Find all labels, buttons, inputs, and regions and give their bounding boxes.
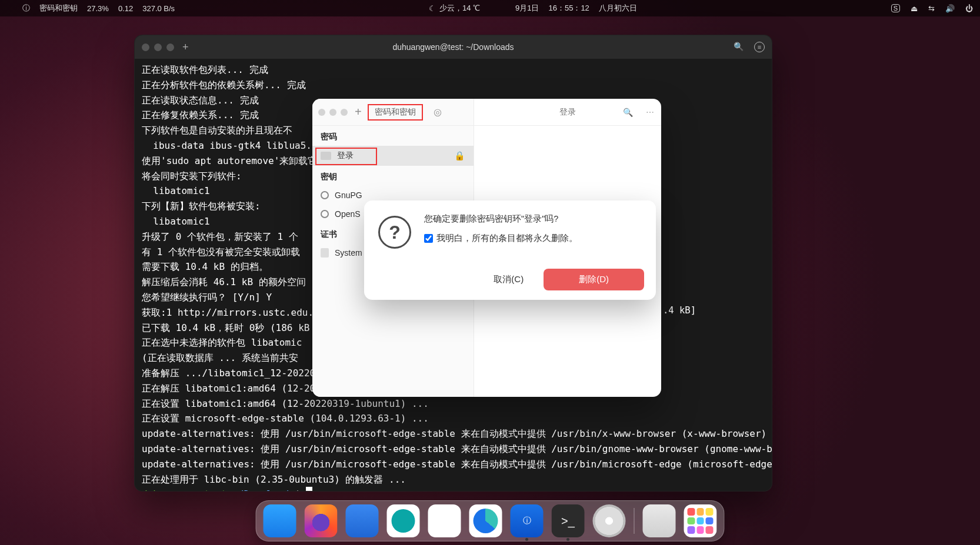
- eject-icon[interactable]: ⏏: [911, 4, 918, 13]
- term-line: update-alternatives: 使用 /usr/bin/microso…: [142, 443, 772, 454]
- dock-trash-icon[interactable]: [643, 504, 676, 537]
- dock-passwords-icon[interactable]: ⓘ: [511, 504, 544, 537]
- term-line: 准备解压 .../libatomic1_12-20220: [142, 367, 315, 379]
- dock-terminal-icon[interactable]: >_: [552, 504, 585, 537]
- maximize-icon[interactable]: [341, 109, 348, 116]
- confirm-checkbox-label[interactable]: 我明白，所有的条目都将永久删除。: [424, 233, 644, 244]
- term-line: 下列【新】软件包将被安装:: [142, 200, 261, 212]
- dock-term-glyph: >_: [561, 514, 575, 528]
- seahorse-right-title: 登录: [559, 107, 576, 118]
- dock-edge-icon[interactable]: [469, 504, 502, 537]
- cat-keys: 密钥: [312, 166, 474, 186]
- folder-icon: [321, 152, 331, 160]
- term-line: 有 1 个软件包没有被完全安装或卸载: [142, 246, 300, 258]
- term-line: 正在处理用于 libc-bin (2.35-0ubuntu3) 的触发器 ...: [142, 474, 406, 485]
- term-line: 解压缩后会消耗 46.1 kB 的额外空间: [142, 276, 306, 287]
- search-icon[interactable]: 🔍: [734, 42, 744, 52]
- term-line: 正在选中未选择的软件包 libatomic: [142, 337, 302, 348]
- terminal-peek-text: .4 kB]: [663, 305, 696, 316]
- menubar-cpu: 27.3%: [87, 4, 109, 13]
- term-line: 正在分析软件包的依赖关系树... 完成: [142, 79, 306, 91]
- term-line: 使用'sudo apt autoremove'来卸载它: [142, 155, 317, 166]
- dock-firefox-icon[interactable]: [305, 504, 338, 537]
- dock-apps-icon[interactable]: [684, 504, 717, 537]
- cancel-button[interactable]: 取消(C): [483, 269, 534, 290]
- term-line: 正在设置 libatomic1:amd64 (12-20220319-1ubun…: [142, 398, 429, 409]
- question-icon: ?: [378, 216, 411, 249]
- cat-passwords: 密码: [312, 126, 474, 146]
- term-line: 获取:1 http://mirrors.ustc.edu.c: [142, 307, 319, 318]
- confirm-checkbox[interactable]: [424, 234, 433, 243]
- menubar-load: 0.12: [118, 4, 133, 13]
- confirm-dialog: ? 您确定要删除密码密钥环"登录"吗? 我明白，所有的条目都将永久删除。 取消(…: [364, 200, 656, 300]
- seahorse-title: 密码和密钥: [368, 104, 423, 121]
- key-icon: [321, 210, 329, 218]
- lock-icon[interactable]: 🔒: [454, 151, 465, 161]
- term-line: 正在解压 libatomic1:amd64 (12-20: [142, 383, 315, 394]
- dock-mail-icon[interactable]: [387, 504, 420, 537]
- sidebar-item-label: GnuPG: [335, 190, 362, 200]
- sidebar-item-label: System: [335, 248, 362, 258]
- sidebar-item-label: OpenS: [335, 209, 361, 219]
- menubar-lunar: 八月初六日: [599, 3, 637, 14]
- term-line: 已下载 10.4 kB，耗时 0秒 (186 kB: [142, 322, 309, 333]
- weather-text: 少云，14 ℃: [439, 3, 480, 14]
- menubar-net: 327.0 B/s: [142, 4, 175, 13]
- minimize-icon[interactable]: [329, 109, 336, 116]
- terminal-prompt[interactable]: duhuangwen@test:~/Downloads$: [142, 489, 312, 491]
- term-line: update-alternatives: 使用 /usr/bin/microso…: [142, 428, 766, 439]
- add-button[interactable]: +: [355, 105, 362, 119]
- more-icon[interactable]: ⋯: [646, 108, 654, 117]
- term-line: 正在读取软件包列表... 完成: [142, 64, 268, 75]
- dock-disc-icon[interactable]: [593, 504, 626, 537]
- dock-files-icon[interactable]: [264, 504, 296, 537]
- sidebar-item-login[interactable]: 登录 🔒: [312, 146, 474, 166]
- dock-separator: [634, 508, 635, 534]
- key-icon: [321, 191, 329, 199]
- close-icon[interactable]: [318, 109, 325, 116]
- power-icon[interactable]: ⏻: [965, 4, 973, 13]
- term-line: ibus-data ibus-gtk4 liblua5.3-: [142, 140, 323, 151]
- cert-icon: [321, 248, 329, 258]
- sidebar-item-label: 登录: [337, 151, 354, 161]
- term-line: libatomic1: [142, 216, 210, 227]
- dock-settings-icon[interactable]: [428, 504, 461, 537]
- menubar-app-name[interactable]: 密码和密钥: [39, 3, 78, 14]
- menubar-time: 16：55：12: [548, 3, 589, 14]
- terminal-title: duhuangwen@test: ~/Downloads: [135, 42, 772, 52]
- menubar-weather[interactable]: ☾ 少云，14 ℃: [429, 3, 480, 14]
- tray-sync-icon[interactable]: ⇆: [928, 4, 935, 13]
- app-indicator-icon[interactable]: ⓘ: [22, 3, 30, 14]
- term-line: libatomic1: [142, 185, 210, 196]
- term-line: 您希望继续执行吗？ [Y/n] Y: [142, 292, 272, 303]
- moon-icon: ☾: [429, 4, 436, 13]
- view-options-icon[interactable]: ◎: [434, 106, 442, 118]
- tray-input-icon[interactable]: S: [891, 4, 900, 12]
- terminal-titlebar[interactable]: + duhuangwen@test: ~/Downloads 🔍 ≡: [135, 35, 772, 59]
- delete-button[interactable]: 删除(D): [544, 269, 644, 290]
- term-line: 升级了 0 个软件包，新安装了 1 个: [142, 231, 298, 242]
- term-line: 将会同时安装下列软件:: [142, 170, 242, 182]
- term-line: 下列软件包是自动安装的并且现在不: [142, 125, 292, 136]
- menubar: ⓘ 密码和密钥 27.3% 0.12 327.0 B/s ☾ 少云，14 ℃ 9…: [0, 0, 980, 16]
- term-line: update-alternatives: 使用 /usr/bin/microso…: [142, 459, 772, 470]
- dialog-question: 您确定要删除密码密钥环"登录"吗?: [424, 213, 644, 225]
- term-line: 正在设置 microsoft-edge-stable (104.0.1293.6…: [142, 413, 429, 424]
- dock: ⓘ >_: [256, 500, 725, 541]
- checkbox-text: 我明白，所有的条目都将永久删除。: [436, 233, 578, 244]
- menu-icon[interactable]: ≡: [754, 42, 765, 52]
- volume-icon[interactable]: 🔊: [945, 4, 955, 13]
- search-icon[interactable]: 🔍: [623, 108, 633, 117]
- dock-software-icon[interactable]: [346, 504, 379, 537]
- menubar-date[interactable]: 9月1日: [515, 3, 539, 14]
- dock-pw-glyph: ⓘ: [523, 516, 531, 526]
- term-line: 需要下载 10.4 kB 的归档。: [142, 261, 268, 272]
- term-line: (正在读取数据库 ... 系统当前共安: [142, 352, 298, 363]
- term-line: 正在修复依赖关系... 完成: [142, 109, 259, 121]
- cursor: [306, 487, 312, 491]
- term-line: 正在读取状态信息... 完成: [142, 95, 259, 106]
